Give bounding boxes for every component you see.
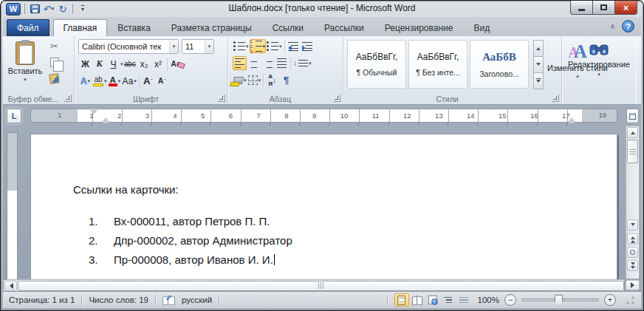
tab-review[interactable]: Рецензирование bbox=[374, 19, 464, 36]
tab-file[interactable]: Файл bbox=[7, 19, 49, 36]
style-scroll-down-button[interactable] bbox=[533, 56, 544, 73]
word-logo-icon[interactable]: W bbox=[6, 3, 21, 16]
list-item[interactable]: 3. Пр-000008, автор Иванов И. И. bbox=[89, 250, 292, 269]
editing-button[interactable]: Редактирование ▾ bbox=[565, 38, 633, 101]
underline-button[interactable]: Ч bbox=[106, 57, 120, 71]
document-heading[interactable]: Ссылки на карточки: bbox=[73, 183, 179, 196]
superscript-button[interactable]: x² bbox=[151, 57, 165, 71]
subscript-button[interactable]: x₂ bbox=[137, 57, 151, 71]
resize-grip[interactable] bbox=[626, 295, 635, 305]
tab-references[interactable]: Ссылки bbox=[262, 19, 314, 36]
vertical-ruler[interactable] bbox=[7, 132, 18, 291]
format-painter-button[interactable] bbox=[47, 72, 61, 86]
customize-qat-button[interactable]: ▾ bbox=[77, 2, 89, 16]
tab-view[interactable]: Вид bbox=[463, 19, 500, 36]
clipboard-dialog-launcher[interactable] bbox=[64, 95, 72, 102]
tab-mailings[interactable]: Рассылки bbox=[314, 19, 374, 36]
print-layout-view-button[interactable] bbox=[394, 293, 409, 307]
justify-button[interactable] bbox=[275, 56, 289, 70]
numbering-button[interactable]: 123 ▾ bbox=[250, 39, 267, 53]
line-spacing-button[interactable]: ↕▾ bbox=[292, 56, 312, 70]
word-count[interactable]: Число слов: 19 bbox=[89, 295, 148, 304]
align-right-button[interactable] bbox=[261, 56, 275, 70]
horizontal-ruler[interactable]: 1 1234567891011121314151617 19 bbox=[30, 109, 617, 123]
increase-indent-button[interactable] bbox=[301, 39, 315, 53]
paste-button[interactable]: Вставить ▾ bbox=[7, 38, 43, 92]
clear-formatting-button[interactable]: Аа bbox=[169, 57, 183, 71]
font-name-combo[interactable]: Calibri (Основной тек ▾ bbox=[78, 39, 179, 54]
zoom-in-button[interactable]: + bbox=[604, 294, 616, 306]
language-indicator[interactable]: русский bbox=[182, 295, 212, 304]
style-scroll-up-button[interactable] bbox=[533, 40, 544, 57]
bullets-button[interactable]: ▾ bbox=[233, 39, 250, 53]
style-gallery-more-button[interactable] bbox=[533, 72, 544, 89]
zoom-slider-thumb[interactable] bbox=[555, 295, 563, 306]
zoom-level[interactable]: 100% bbox=[478, 295, 499, 304]
close-button[interactable]: × bbox=[614, 1, 637, 15]
scroll-down-button[interactable] bbox=[627, 219, 638, 230]
tab-home[interactable]: Главная bbox=[53, 19, 108, 36]
scroll-left-button[interactable] bbox=[4, 281, 17, 291]
list-item[interactable]: 1. Вх-000011, автор Петров П. П. bbox=[89, 211, 292, 230]
scroll-right-button[interactable] bbox=[626, 280, 640, 290]
highlight-button[interactable]: ab▾ bbox=[92, 74, 108, 88]
select-browse-object-button[interactable] bbox=[627, 247, 638, 258]
document-page[interactable]: Ссылки на карточки: 1. Вх-000011, автор … bbox=[30, 134, 617, 290]
font-name-dropdown-arrow[interactable]: ▾ bbox=[169, 40, 178, 53]
font-size-combo[interactable]: 11 ▾ bbox=[182, 39, 214, 54]
font-size-dropdown-arrow[interactable]: ▾ bbox=[205, 40, 213, 53]
list-item[interactable]: 2. Дпр-000002, автор Администратор bbox=[89, 230, 292, 250]
borders-button[interactable]: ▾ bbox=[247, 73, 262, 87]
save-button[interactable] bbox=[29, 2, 41, 16]
scroll-up-button[interactable] bbox=[627, 127, 638, 138]
italic-button[interactable]: К bbox=[92, 57, 106, 71]
copy-button[interactable] bbox=[47, 55, 61, 69]
paste-dropdown-arrow[interactable]: ▾ bbox=[24, 77, 27, 83]
ruler-toggle-button[interactable] bbox=[626, 109, 639, 123]
shading-button[interactable]: ▾ bbox=[233, 73, 247, 87]
zoom-out-button[interactable]: − bbox=[504, 294, 516, 306]
sort-button[interactable]: АЯ↓ bbox=[265, 73, 279, 87]
web-layout-view-button[interactable] bbox=[425, 293, 440, 307]
text-effects-button[interactable]: А▾ bbox=[78, 74, 92, 88]
style-no-spacing[interactable]: АаБбВвГг, ¶ Без инте... bbox=[408, 40, 467, 89]
style-heading1[interactable]: АаБбВ Заголово... bbox=[470, 40, 529, 89]
first-line-indent-marker[interactable] bbox=[90, 109, 97, 117]
minimize-button[interactable] bbox=[570, 1, 593, 15]
tab-stop-selector[interactable]: L bbox=[7, 109, 21, 123]
bold-button[interactable]: Ж bbox=[78, 57, 92, 71]
strikethrough-button[interactable]: abc bbox=[123, 57, 137, 71]
show-marks-button[interactable]: ¶ bbox=[279, 73, 293, 87]
page-indicator[interactable]: Страница: 1 из 1 bbox=[9, 295, 75, 304]
font-dialog-launcher[interactable] bbox=[218, 95, 225, 102]
horizontal-scroll-thumb[interactable] bbox=[18, 281, 624, 291]
styles-dialog-launcher[interactable] bbox=[552, 95, 559, 102]
style-normal[interactable]: АаБбВвГг, ¶ Обычный bbox=[347, 40, 406, 89]
undo-button[interactable]: ↶▾ bbox=[43, 2, 55, 16]
outline-view-button[interactable] bbox=[441, 293, 456, 307]
collapse-ribbon-button[interactable]: ∧ bbox=[610, 22, 615, 30]
change-case-button[interactable]: Аа▾ bbox=[122, 74, 137, 88]
undo-dropdown-arrow[interactable]: ▾ bbox=[52, 6, 55, 12]
paragraph-dialog-launcher[interactable] bbox=[333, 95, 340, 102]
align-left-button[interactable] bbox=[233, 56, 247, 70]
draft-view-button[interactable] bbox=[456, 293, 471, 307]
vertical-scroll-thumb[interactable] bbox=[627, 140, 638, 163]
zoom-slider-track[interactable] bbox=[521, 298, 599, 301]
spellcheck-icon[interactable]: ✓ bbox=[162, 295, 175, 304]
underline-dropdown-arrow[interactable]: ▾ bbox=[120, 61, 123, 67]
multilevel-list-button[interactable]: ▾ bbox=[266, 39, 283, 53]
decrease-indent-button[interactable] bbox=[287, 39, 301, 53]
title-bar[interactable]: Шаблон.docx [только чтение] - Microsoft … bbox=[1, 1, 643, 17]
tab-insert[interactable]: Вставка bbox=[107, 19, 161, 36]
maximize-button[interactable] bbox=[592, 1, 615, 15]
cut-button[interactable]: ✂ bbox=[47, 39, 61, 53]
next-page-button[interactable] bbox=[627, 260, 638, 271]
font-color-button[interactable]: А▾ bbox=[108, 74, 122, 88]
shrink-font-button[interactable]: Аˇ bbox=[155, 74, 169, 88]
horizontal-scrollbar[interactable] bbox=[4, 279, 624, 291]
grow-font-button[interactable]: Аˆ bbox=[141, 74, 155, 88]
tab-page-layout[interactable]: Разметка страницы bbox=[161, 19, 262, 36]
fullscreen-reading-view-button[interactable] bbox=[410, 293, 425, 307]
vertical-scrollbar[interactable] bbox=[626, 126, 640, 279]
